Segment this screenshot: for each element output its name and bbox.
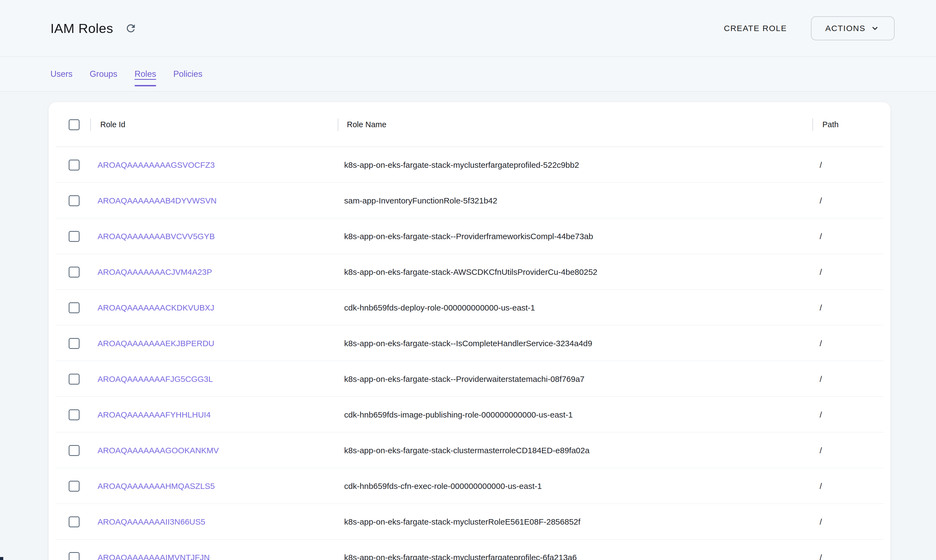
role-name-cell: k8s-app-on-eks-fargate-stack-AWSCDKCfnUt… [344, 268, 820, 277]
row-checkbox[interactable] [69, 409, 80, 420]
create-role-button[interactable]: CREATE ROLE [718, 19, 793, 38]
column-separator [90, 118, 91, 131]
row-checkbox[interactable] [69, 160, 80, 171]
row-checkbox[interactable] [69, 517, 80, 527]
refresh-button[interactable] [123, 21, 139, 36]
role-name-cell: cdk-hnb659fds-image-publishing-role-0000… [344, 410, 820, 420]
column-header-path: Path [820, 120, 890, 129]
role-id-link[interactable]: AROAQAAAAAAAFYHHLHUI4 [97, 410, 344, 420]
role-id-link[interactable]: AROAQAAAAAAAGOOKANKMV [97, 446, 344, 455]
role-name-cell: k8s-app-on-eks-fargate-stack-myclusterRo… [344, 517, 820, 526]
role-name-cell: cdk-hnb659fds-cfn-exec-role-000000000000… [344, 482, 820, 491]
role-id-link[interactable]: AROAQAAAAAAAII3N66US5 [97, 517, 344, 526]
row-checkbox[interactable] [69, 195, 80, 206]
row-checkbox[interactable] [69, 231, 80, 242]
role-name-cell: k8s-app-on-eks-fargate-stack--IsComplete… [344, 339, 820, 348]
role-path-cell: / [820, 374, 890, 384]
role-id-link[interactable]: AROAQAAAAAAAFJG5CGG3L [97, 374, 344, 384]
table-row: AROAQAAAAAAABVCVV5GYB k8s-app-on-eks-far… [49, 218, 890, 254]
chevron-down-icon [870, 23, 880, 34]
role-id-link[interactable]: AROAQAAAAAAACJVM4A23P [97, 268, 344, 277]
role-path-cell: / [820, 268, 890, 277]
column-separator [812, 118, 813, 131]
role-id-link[interactable]: AROAQAAAAAAACKDKVUBXJ [97, 303, 344, 312]
role-path-cell: / [820, 160, 890, 170]
table-row: AROAQAAAAAAACJVM4A23P k8s-app-on-eks-far… [49, 254, 890, 290]
role-name-cell: sam-app-InventoryFunctionRole-5f321b42 [344, 196, 820, 205]
title-group: IAM Roles [51, 21, 139, 36]
page-title: IAM Roles [51, 21, 113, 36]
role-id-link[interactable]: AROAQAAAAAAAHMQASZLS5 [97, 482, 344, 491]
role-path-cell: / [820, 410, 890, 420]
row-checkbox[interactable] [69, 481, 80, 492]
table-row: AROAQAAAAAAAAGSVOCFZ3 k8s-app-on-eks-far… [49, 147, 890, 183]
table-row: AROAQAAAAAAAGOOKANKMV k8s-app-on-eks-far… [49, 432, 890, 468]
viewport-corner-artifact [0, 557, 3, 560]
row-checkbox[interactable] [69, 338, 80, 349]
role-path-cell: / [820, 517, 890, 526]
role-name-cell: k8s-app-on-eks-fargate-stack--Providerfr… [344, 232, 820, 241]
role-id-link[interactable]: AROAQAAAAAAAEKJBPERDU [97, 339, 344, 348]
role-name-cell: cdk-hnb659fds-deploy-role-000000000000-u… [344, 303, 820, 312]
column-header-role-id: Role Id [97, 120, 344, 129]
role-path-cell: / [820, 232, 890, 241]
select-all-checkbox[interactable] [69, 119, 80, 130]
row-checkbox[interactable] [69, 302, 80, 313]
role-id-link[interactable]: AROAQAAAAAAABVCVV5GYB [97, 232, 344, 241]
role-name-cell: k8s-app-on-eks-fargate-stack-myclusterfa… [344, 553, 820, 560]
role-id-link[interactable]: AROAQAAAAAAAB4DYVWSVN [97, 196, 344, 205]
role-path-cell: / [820, 303, 890, 312]
table-header-row: Role Id Role Name Path [49, 102, 890, 147]
row-checkbox[interactable] [69, 267, 80, 278]
role-path-cell: / [820, 339, 890, 348]
roles-table-card: Role Id Role Name Path AROAQAAAAAAAAGSVO… [49, 102, 890, 560]
header-actions: CREATE ROLE ACTIONS [718, 16, 895, 40]
table-row: AROAQAAAAAAAFJG5CGG3L k8s-app-on-eks-far… [49, 361, 890, 397]
table-row: AROAQAAAAAAAIMVNTJFJN k8s-app-on-eks-far… [49, 540, 890, 560]
page-header: IAM Roles CREATE ROLE ACTIONS [0, 0, 936, 57]
tab-roles[interactable]: Roles [135, 69, 156, 79]
actions-button[interactable]: ACTIONS [811, 16, 894, 40]
iam-tabs: Users Groups Roles Policies [0, 57, 936, 92]
role-path-cell: / [820, 446, 890, 455]
table-body: AROAQAAAAAAAAGSVOCFZ3 k8s-app-on-eks-far… [49, 147, 890, 560]
role-name-cell: k8s-app-on-eks-fargate-stack-clustermast… [344, 446, 820, 455]
role-id-link[interactable]: AROAQAAAAAAAIMVNTJFJN [97, 553, 344, 560]
tab-policies[interactable]: Policies [173, 69, 202, 79]
row-checkbox[interactable] [69, 445, 80, 456]
refresh-icon [125, 22, 137, 34]
table-row: AROAQAAAAAAAB4DYVWSVN sam-app-InventoryF… [49, 183, 890, 218]
column-separator [338, 118, 339, 131]
table-row: AROAQAAAAAAAFYHHLHUI4 cdk-hnb659fds-imag… [49, 397, 890, 432]
column-header-role-name: Role Name [344, 120, 820, 129]
role-path-cell: / [820, 482, 890, 491]
tab-users[interactable]: Users [51, 69, 72, 79]
table-row: AROAQAAAAAAAII3N66US5 k8s-app-on-eks-far… [49, 504, 890, 540]
role-name-cell: k8s-app-on-eks-fargate-stack-myclusterfa… [344, 160, 820, 170]
role-id-link[interactable]: AROAQAAAAAAAAGSVOCFZ3 [97, 160, 344, 170]
row-checkbox[interactable] [69, 552, 80, 560]
main-content: Role Id Role Name Path AROAQAAAAAAAAGSVO… [0, 92, 936, 560]
row-checkbox[interactable] [69, 374, 80, 385]
tab-groups[interactable]: Groups [90, 69, 117, 79]
role-path-cell: / [820, 196, 890, 205]
table-row: AROAQAAAAAAACKDKVUBXJ cdk-hnb659fds-depl… [49, 290, 890, 326]
table-row: AROAQAAAAAAAHMQASZLS5 cdk-hnb659fds-cfn-… [49, 468, 890, 504]
role-path-cell: / [820, 553, 890, 560]
role-name-cell: k8s-app-on-eks-fargate-stack--Providerwa… [344, 374, 820, 384]
table-row: AROAQAAAAAAAEKJBPERDU k8s-app-on-eks-far… [49, 326, 890, 361]
actions-button-label: ACTIONS [825, 24, 865, 33]
